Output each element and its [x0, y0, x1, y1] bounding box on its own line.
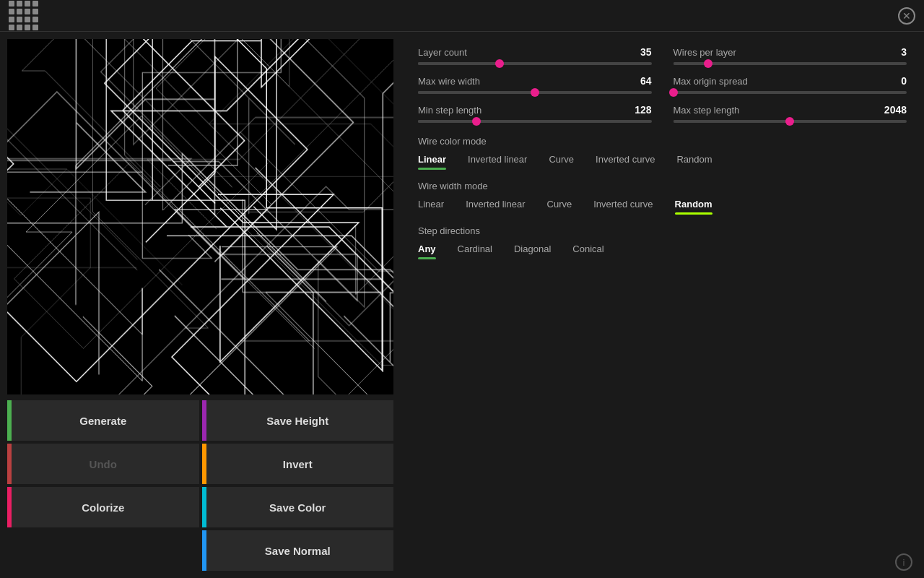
wire-width-mode-label: Wire width mode	[418, 181, 907, 191]
bottom-bar: i	[895, 553, 912, 571]
wire-width-mode-options: LinearInverted linearCurveInverted curve…	[418, 199, 907, 212]
mode-option-random[interactable]: Random	[675, 199, 712, 212]
mode-option-linear[interactable]: Linear	[418, 154, 446, 168]
save-height-accent	[202, 400, 206, 441]
slider-value: 0	[901, 75, 907, 87]
mode-option-conical[interactable]: Conical	[572, 243, 603, 257]
canvas-wrap	[7, 39, 393, 394]
generate-button[interactable]: Generate	[7, 400, 199, 441]
slider-max-origin-spread: Max origin spread 0	[674, 75, 907, 94]
mode-option-inverted-linear[interactable]: Inverted linear	[466, 199, 525, 212]
slider-label: Max step length	[674, 105, 740, 116]
save-normal-accent	[202, 530, 206, 571]
slider-label: Layer count	[418, 47, 467, 58]
slider-label-row: Max step length 2048	[674, 104, 907, 116]
mode-option-curve[interactable]: Curve	[549, 154, 574, 168]
mode-option-inverted-linear[interactable]: Inverted linear	[468, 154, 527, 168]
slider-fill	[674, 62, 709, 65]
extra-btn-row: Save Normal	[7, 530, 393, 571]
slider-thumb[interactable]	[669, 88, 678, 97]
slider-label-row: Layer count 35	[418, 46, 652, 58]
grid-icon[interactable]	[9, 1, 38, 30]
right-panel: Layer count 35 Wires per layer 3 Max wir…	[401, 32, 924, 578]
slider-label-row: Min step length 128	[418, 104, 652, 116]
colorize-button[interactable]: Colorize	[7, 487, 199, 527]
save-color-button[interactable]: Save Color	[202, 487, 394, 527]
step-directions-label: Step directions	[418, 225, 907, 236]
canvas-area: Generate Save Height Undo Invert Coloriz…	[0, 32, 401, 578]
generate-accent	[7, 400, 12, 441]
slider-label-row: Max wire width 64	[418, 75, 652, 87]
wire-color-mode-options: LinearInverted linearCurveInverted curve…	[418, 154, 907, 168]
slider-thumb[interactable]	[472, 117, 481, 126]
wire-color-mode-label: Wire color mode	[418, 136, 907, 147]
sliders-section: Layer count 35 Wires per layer 3 Max wir…	[418, 46, 907, 123]
slider-max-step-length: Max step length 2048	[674, 104, 907, 123]
slider-value: 35	[640, 46, 652, 58]
wire-canvas	[7, 39, 393, 394]
slider-thumb[interactable]	[531, 88, 539, 97]
main-layout: Generate Save Height Undo Invert Coloriz…	[0, 32, 924, 578]
slider-min-step-length: Min step length 128	[418, 104, 652, 123]
slider-fill	[418, 91, 535, 94]
wire-color-mode-section: Wire color mode LinearInverted linearCur…	[418, 136, 907, 168]
mode-option-cardinal[interactable]: Cardinal	[458, 243, 492, 257]
slider-track[interactable]	[674, 120, 907, 123]
step-directions-options: AnyCardinalDiagonalConical	[418, 243, 907, 257]
mode-option-any[interactable]: Any	[418, 243, 436, 257]
slider-label-row: Wires per layer 3	[674, 46, 907, 58]
slider-thumb[interactable]	[785, 117, 794, 126]
slider-fill	[674, 120, 790, 123]
slider-label: Max origin spread	[674, 76, 748, 87]
slider-track[interactable]	[418, 91, 652, 94]
slider-thumb[interactable]	[495, 59, 504, 68]
undo-accent	[7, 444, 12, 484]
mode-option-inverted-curve[interactable]: Inverted curve	[593, 199, 653, 212]
slider-label: Max wire width	[418, 76, 480, 87]
slider-label: Min step length	[418, 105, 481, 116]
undo-button[interactable]: Undo	[7, 444, 199, 484]
slider-fill	[418, 62, 500, 65]
mode-option-curve[interactable]: Curve	[547, 199, 572, 212]
invert-accent	[202, 444, 206, 484]
slider-track[interactable]	[418, 62, 652, 65]
info-icon[interactable]: i	[895, 553, 912, 571]
slider-value: 64	[640, 75, 652, 87]
close-button[interactable]: ✕	[898, 7, 915, 25]
mode-option-diagonal[interactable]: Diagonal	[514, 243, 551, 257]
slider-max-wire-width: Max wire width 64	[418, 75, 652, 94]
mode-option-random[interactable]: Random	[676, 154, 712, 168]
slider-value: 2048	[884, 104, 907, 116]
wire-width-mode-section: Wire width mode LinearInverted linearCur…	[418, 181, 907, 212]
slider-fill	[418, 120, 476, 123]
slider-value: 128	[635, 104, 651, 116]
slider-layer-count: Layer count 35	[418, 46, 652, 65]
slider-track[interactable]	[674, 62, 907, 65]
save-color-accent	[202, 487, 206, 527]
slider-value: 3	[901, 46, 907, 58]
button-grid: Generate Save Height Undo Invert Coloriz…	[7, 400, 393, 527]
step-directions-section: Step directions AnyCardinalDiagonalConic…	[418, 225, 907, 257]
slider-track[interactable]	[418, 120, 652, 123]
mode-option-linear[interactable]: Linear	[418, 199, 444, 212]
top-bar: ✕	[0, 0, 924, 32]
invert-button[interactable]: Invert	[202, 444, 394, 484]
save-normal-button[interactable]: Save Normal	[202, 530, 394, 571]
mode-option-inverted-curve[interactable]: Inverted curve	[596, 154, 655, 168]
save-height-button[interactable]: Save Height	[202, 400, 394, 441]
colorize-accent	[7, 487, 12, 527]
slider-wires-per-layer: Wires per layer 3	[674, 46, 907, 65]
slider-label: Wires per layer	[674, 47, 736, 58]
slider-label-row: Max origin spread 0	[674, 75, 907, 87]
slider-thumb[interactable]	[704, 59, 712, 68]
slider-track[interactable]	[674, 91, 907, 94]
